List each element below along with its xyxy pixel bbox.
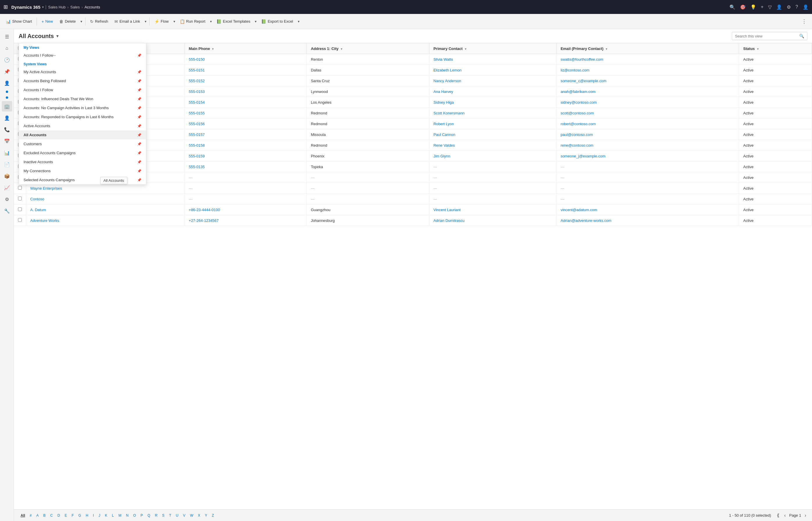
flow-dropdown-button[interactable]: ▾ [172,18,176,25]
sidebar-calendar-icon[interactable]: 📅 [2,136,12,146]
search-icon[interactable]: 🔍 [729,4,735,10]
alpha-nav-item-k[interactable]: K [103,513,109,518]
help-icon[interactable]: ? [795,4,798,9]
search-icon[interactable]: 🔍 [799,34,804,38]
excel-templates-dropdown-button[interactable]: ▾ [254,18,258,25]
alpha-nav-item-e[interactable]: E [63,513,69,518]
account-name-cell[interactable]: Adventure Works [26,215,185,226]
alpha-nav-item-all[interactable]: All [19,513,27,518]
phone-cell[interactable]: +27-264-1234567 [184,215,307,226]
alpha-nav-item-j[interactable]: J [96,513,102,518]
alpha-nav-item-i[interactable]: I [91,513,96,518]
report-dropdown-button[interactable]: ▾ [209,18,213,25]
dropdown-item-inactive[interactable]: Inactive Accounts 📌 [19,157,146,166]
col-status[interactable]: Status ▾ [739,43,812,54]
alpha-nav-item-o[interactable]: O [131,513,138,518]
sidebar-menu-icon[interactable]: ☰ [2,31,12,42]
email-cell[interactable]: anah@fabrikam.com [556,86,739,97]
phone-cell[interactable]: 555-0135 [184,161,307,172]
new-button[interactable]: + New [39,18,56,26]
plus-icon[interactable]: + [761,4,764,9]
contact-cell[interactable]: Slivia Watts [429,54,556,65]
sidebar-docs-icon[interactable]: 📄 [2,159,12,169]
alpha-nav-item-v[interactable]: V [181,513,187,518]
alpha-nav-item-x[interactable]: X [196,513,202,518]
sidebar-phone-icon[interactable]: 📞 [2,124,12,135]
phone-cell[interactable]: 555-0159 [184,151,307,161]
alpha-nav-item-l[interactable]: L [110,513,116,518]
phone-cell[interactable]: 555-0154 [184,97,307,108]
alpha-nav-item-r[interactable]: R [153,513,159,518]
col-email[interactable]: Email (Primary Contact) ▾ [556,43,739,54]
dropdown-item-active[interactable]: Active Accounts 📌 [19,121,146,130]
email-cell[interactable]: swatts@fourthcoffee.com [556,54,739,65]
search-input[interactable] [735,34,799,38]
delete-button[interactable]: 🗑 Delete [57,18,79,26]
alpha-nav-item-t[interactable]: T [167,513,173,518]
row-checkbox[interactable] [18,186,22,190]
phone-cell[interactable]: 555-0151 [184,65,307,75]
email-cell[interactable]: sidney@contoso.com [556,97,739,108]
dropdown-item-accounts-i-follow[interactable]: Accounts I Follow-- 📌 [19,51,146,60]
contact-cell[interactable]: Robert Lyon [429,118,556,129]
dropdown-item-responded[interactable]: Accounts: Responded to Campaigns in Last… [19,112,146,121]
alpha-nav-item-g[interactable]: G [76,513,83,518]
contact-cell[interactable]: Rene Valdes [429,140,556,151]
alpha-nav-item-w[interactable]: W [188,513,195,518]
email-link-button[interactable]: ✉ Email a Link [112,18,143,26]
contact-cell[interactable]: Ana Harvey [429,86,556,97]
account-name-cell[interactable]: Contoso [26,194,185,204]
dropdown-item-i-follow[interactable]: Accounts I Follow 📌 [19,85,146,94]
phone-cell[interactable]: 555-0150 [184,54,307,65]
alpha-nav-item-a[interactable]: A [34,513,41,518]
alpha-nav-item-h[interactable]: H [84,513,90,518]
dropdown-item-connections[interactable]: My Connections 📌 [19,166,146,175]
contact-cell[interactable]: Vincent Lauriant [429,204,556,215]
email-cell[interactable]: scott@contoso.com [556,108,739,118]
first-page-button[interactable]: ⟪ [776,512,781,519]
alpha-nav-item-d[interactable]: D [55,513,62,518]
alpha-nav-item-#[interactable]: # [28,513,34,518]
delete-dropdown-button[interactable]: ▾ [79,18,83,25]
phone-cell[interactable]: 555-0153 [184,86,307,97]
export-excel-button[interactable]: 📗 Export to Excel [258,18,296,26]
email-cell[interactable]: Adrian@adventure-works.com [556,215,739,226]
alpha-nav-item-y[interactable]: Y [203,513,209,518]
phone-cell[interactable]: 555-0157 [184,129,307,140]
dropdown-item-influenced[interactable]: Accounts: Influenced Deals That We Won 📌 [19,94,146,104]
sidebar-contact-icon[interactable]: 👤 [2,78,12,88]
row-checkbox[interactable] [18,218,22,222]
col-city[interactable]: Address 1: City ▾ [307,43,429,54]
dropdown-item-excluded[interactable]: Excluded Accounts Campaigns 📌 [19,149,146,157]
phone-cell[interactable]: 555-0156 [184,118,307,129]
contact-cell[interactable]: Nancy Anderson [429,75,556,86]
email-cell[interactable]: paul@contoso.com [556,129,739,140]
avatar-icon[interactable]: 👤 [803,4,809,10]
row-checkbox[interactable] [18,197,22,200]
email-cell[interactable]: robert@contoso.com [556,118,739,129]
email-cell[interactable]: rene@contoso.com [556,140,739,151]
lightbulb-icon[interactable]: 💡 [750,4,756,10]
sidebar-accounts-icon[interactable]: 🏢 [2,101,12,112]
app-title[interactable]: Dynamics 365 ▾ [11,5,44,9]
contact-cell[interactable]: Adrian Dumitrascu [429,215,556,226]
email-cell[interactable]: vincent@adatum.com [556,204,739,215]
export-dropdown-button[interactable]: ▾ [297,18,301,25]
alpha-nav-item-u[interactable]: U [174,513,180,518]
phone-cell[interactable]: 555-0158 [184,140,307,151]
dropdown-item-no-campaign[interactable]: Accounts: No Campaign Activities in Last… [19,104,146,112]
alpha-nav-item-b[interactable]: B [41,513,48,518]
show-chart-button[interactable]: 📊 Show Chart [3,18,35,26]
dropdown-item-customers[interactable]: Customers 📌 [19,139,146,149]
user-icon[interactable]: 👤 [776,4,782,10]
sidebar-reports-icon[interactable]: 📊 [2,148,12,158]
phone-cell[interactable]: 555-0152 [184,75,307,86]
sidebar-settings-icon[interactable]: ⚙ [2,194,12,204]
email-cell[interactable]: someone_c@example.com [556,75,739,86]
sidebar-pin-icon[interactable]: 📌 [2,66,12,77]
run-report-button[interactable]: 📋 Run Report [177,18,208,26]
contact-cell[interactable]: Elizabeth Lemon [429,65,556,75]
alpha-nav-item-p[interactable]: P [139,513,145,518]
alpha-nav-item-f[interactable]: F [69,513,75,518]
more-options-icon[interactable]: ⋮ [799,17,809,26]
